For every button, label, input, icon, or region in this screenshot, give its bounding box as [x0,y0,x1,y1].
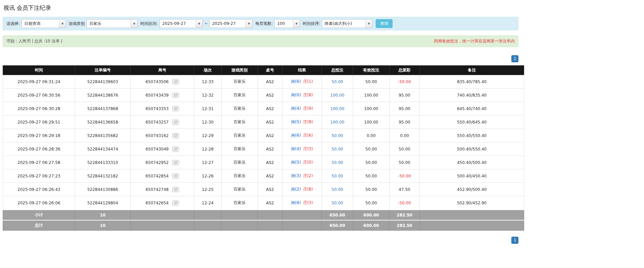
date-range-separator: ~ [204,21,208,26]
replay-icon[interactable] [172,79,179,85]
cell-bet-id: 522844139603 [75,75,131,89]
replay-icon[interactable] [172,146,179,152]
replay-icon[interactable] [172,160,179,165]
total-bet-link[interactable]: 50.00 [332,187,343,192]
cell-game-type: 百家乐 [222,196,258,210]
date-from-input[interactable] [160,20,196,28]
cell-valid-bet: 50.00 [353,156,389,169]
total-bet-link[interactable]: 50.00 [332,201,343,205]
cell-total-bet: 100.00 [322,89,353,102]
round-id-text: 650743506 [145,79,169,84]
table-row: 2025-09-27 06:29:51 522844136658 6507432… [3,115,524,129]
info-bar: 币别 : 人民币 | 总共 :10 注单 | 同局有效投注，统一计算在该局第一张… [3,35,518,47]
subtotal-row: 小计 10 650.00 600.00 282.50 [3,210,524,220]
cell-result: 闲(5) 庄(8) [282,115,322,129]
chevron-down-icon[interactable]: ▼ [245,20,252,28]
column-header: 场次 [194,66,222,75]
round-id-text: 650743049 [145,147,169,152]
cell-result: 闲(5) 庄(0) [282,156,322,169]
cell-payout: 47.50 [389,183,420,196]
chevron-down-icon[interactable]: ▼ [293,20,300,28]
date-to-combo[interactable]: ▼ [209,19,252,28]
replay-icon[interactable] [172,133,179,138]
total-label: 总计 [3,220,75,231]
total-bet-link[interactable]: 50.00 [332,133,343,138]
total-bet-link[interactable]: 50.00 [332,160,343,165]
cell-remark: 740.40/835.40 [420,89,524,102]
total-bet-link[interactable]: 100.00 [330,106,344,111]
total-bet-link[interactable]: 50.00 [332,79,343,84]
total-bet-link[interactable]: 100.00 [330,93,344,98]
pagination-top: 1 [3,55,518,62]
cell-valid-bet: 100.00 [353,89,389,102]
cell-table-no: AS2 [258,115,282,129]
cell-result: 闲(6) 庄(1) [282,75,322,89]
total-count: 10 [75,220,131,231]
replay-icon[interactable] [172,173,179,179]
player-result: 闲(4) [291,106,301,111]
page-size-label: 每页笔数: [255,21,273,27]
game-type-combo[interactable]: ▼ [87,19,138,28]
cell-remark: 550.40/645.40 [420,115,524,129]
date-to-input[interactable] [210,20,245,28]
table-row: 2025-09-27 06:27:23 522844132182 6507428… [3,169,524,183]
round-id-text: 650743353 [145,106,169,111]
total-bet-link[interactable]: 50.00 [332,147,343,152]
time-sort-label: 时间排序: [303,21,320,27]
table-row: 2025-09-27 06:30:56 522844138676 6507434… [3,89,524,102]
cell-total-bet: 50.00 [322,196,353,210]
cell-table-no: AS2 [258,183,282,196]
cell-result: 闲(2) 庄(8) [282,183,322,196]
banker-result: 庄(1) [303,79,313,84]
time-sort-input[interactable] [322,20,365,28]
date-from-combo[interactable]: ▼ [160,19,203,28]
page-button-1[interactable]: 1 [511,55,518,62]
page-size-input[interactable] [275,20,293,28]
cell-result: 闲(3) 庄(2) [282,169,322,183]
cell-time: 2025-09-27 06:28:36 [3,142,75,156]
replay-icon[interactable] [172,187,179,192]
replay-icon[interactable] [172,93,179,98]
select-type-label: 请选择: [6,21,20,27]
select-type-input[interactable] [22,20,59,28]
cell-game-type: 百家乐 [222,129,258,142]
currency-summary-text: 币别 : 人民币 | 总共 :10 注单 | [6,38,62,44]
player-result: 闲(6) [291,200,301,205]
total-row: 总计 10 650.00 600.00 282.50 [3,220,524,231]
cell-time: 2025-09-27 06:29:18 [3,129,75,142]
replay-icon[interactable] [172,200,179,206]
chevron-down-icon[interactable]: ▼ [131,20,137,28]
select-type-combo[interactable]: ▼ [22,19,66,28]
player-result: 闲(4) [291,146,301,151]
search-button[interactable]: 查询 [376,19,393,28]
cell-round-id: 650743049 [131,142,194,156]
cell-payout: -50.00 [389,75,420,89]
table-row: 2025-09-27 06:26:43 522844130886 6507427… [3,183,524,196]
page-button-1[interactable]: 1 [511,237,518,244]
cell-bet-id: 522844136658 [75,115,131,129]
cell-table-no: AS2 [258,75,282,89]
time-sort-combo[interactable]: ▼ [322,19,372,28]
cell-bet-id: 522844133310 [75,156,131,169]
column-header: 总派彩 [389,66,420,75]
column-header: 有效投注 [353,66,389,75]
total-valid-bet: 600.00 [353,220,389,231]
cell-remark: 450.40/500.40 [420,156,524,169]
page-size-combo[interactable]: ▼ [274,19,300,28]
cell-session: 12-25 [194,183,222,196]
total-total-bet: 650.00 [322,220,353,231]
cell-valid-bet: 0.00 [353,129,389,142]
chevron-down-icon[interactable]: ▼ [365,20,372,28]
game-type-input[interactable] [87,20,131,28]
total-bet-link[interactable]: 50.00 [332,174,343,178]
cell-payout: 95.00 [389,102,420,115]
chevron-down-icon[interactable]: ▼ [59,20,66,28]
cell-game-type: 百家乐 [222,169,258,183]
chevron-down-icon[interactable]: ▼ [196,20,202,28]
total-bet-link[interactable]: 100.00 [330,120,344,125]
replay-icon[interactable] [172,106,179,111]
banker-result: 庄(8) [303,187,313,192]
replay-icon[interactable] [172,120,179,125]
cell-session: 12-29 [194,129,222,142]
cell-table-no: AS2 [258,102,282,115]
